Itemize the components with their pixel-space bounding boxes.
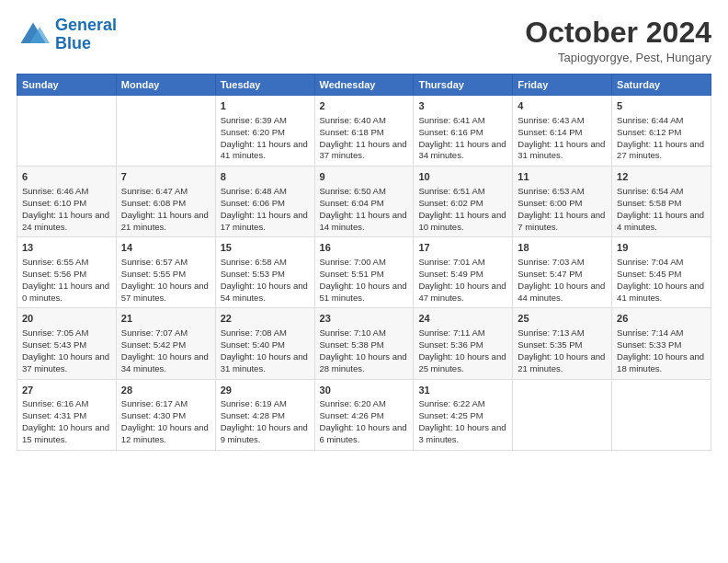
month-title: October 2024 (525, 17, 711, 49)
day-info: Sunrise: 6:39 AMSunset: 6:20 PMDaylight:… (221, 115, 310, 162)
calendar-cell: 11Sunrise: 6:53 AMSunset: 6:00 PMDayligh… (513, 167, 612, 237)
day-number: 18 (518, 241, 607, 255)
calendar-week-row: 1Sunrise: 6:39 AMSunset: 6:20 PMDaylight… (17, 96, 711, 167)
day-info: Sunrise: 6:50 AMSunset: 6:04 PMDaylight:… (320, 186, 409, 233)
calendar-week-row: 20Sunrise: 7:05 AMSunset: 5:43 PMDayligh… (17, 308, 711, 379)
calendar: SundayMondayTuesdayWednesdayThursdayFrid… (17, 74, 711, 450)
day-number: 17 (418, 241, 507, 255)
day-number: 30 (320, 384, 409, 397)
calendar-cell: 12Sunrise: 6:54 AMSunset: 5:58 PMDayligh… (612, 167, 711, 237)
logo: General Blue (17, 17, 117, 53)
day-info: Sunrise: 7:03 AMSunset: 5:47 PMDaylight:… (518, 257, 607, 304)
day-number: 21 (121, 312, 210, 326)
day-number: 2 (320, 99, 409, 113)
day-number: 13 (22, 241, 111, 255)
day-info: Sunrise: 6:44 AMSunset: 6:12 PMDaylight:… (617, 115, 706, 162)
calendar-cell: 21Sunrise: 7:07 AMSunset: 5:42 PMDayligh… (116, 308, 215, 379)
calendar-cell: 8Sunrise: 6:48 AMSunset: 6:06 PMDaylight… (215, 167, 314, 237)
day-number: 29 (221, 384, 310, 397)
calendar-cell: 23Sunrise: 7:10 AMSunset: 5:38 PMDayligh… (314, 308, 414, 379)
day-info: Sunrise: 6:41 AMSunset: 6:16 PMDaylight:… (418, 115, 507, 162)
day-info: Sunrise: 6:40 AMSunset: 6:18 PMDaylight:… (320, 115, 409, 162)
day-number: 20 (22, 312, 111, 326)
day-header-tuesday: Tuesday (215, 75, 314, 96)
day-number: 10 (418, 170, 507, 184)
day-number: 19 (617, 241, 706, 255)
day-info: Sunrise: 6:16 AMSunset: 4:31 PMDaylight:… (22, 398, 111, 445)
day-number: 11 (518, 170, 607, 184)
day-info: Sunrise: 6:19 AMSunset: 4:28 PMDaylight:… (221, 398, 310, 445)
title-block: October 2024 Tapiogyorgye, Pest, Hungary (525, 17, 711, 64)
day-header-monday: Monday (116, 75, 215, 96)
day-info: Sunrise: 6:22 AMSunset: 4:25 PMDaylight:… (418, 398, 507, 445)
page: General Blue October 2024 Tapiogyorgye, … (0, 0, 728, 460)
calendar-cell: 9Sunrise: 6:50 AMSunset: 6:04 PMDaylight… (314, 167, 414, 237)
logo-icon (17, 18, 50, 52)
day-info: Sunrise: 7:04 AMSunset: 5:45 PMDaylight:… (617, 257, 706, 304)
day-header-sunday: Sunday (17, 75, 117, 96)
day-info: Sunrise: 6:51 AMSunset: 6:02 PMDaylight:… (418, 186, 507, 233)
day-number: 9 (320, 170, 409, 184)
calendar-cell: 14Sunrise: 6:57 AMSunset: 5:55 PMDayligh… (116, 237, 215, 308)
calendar-cell: 17Sunrise: 7:01 AMSunset: 5:49 PMDayligh… (414, 237, 513, 308)
day-number: 5 (617, 99, 706, 113)
day-info: Sunrise: 7:08 AMSunset: 5:40 PMDaylight:… (221, 327, 310, 374)
calendar-cell (116, 96, 215, 167)
calendar-cell: 22Sunrise: 7:08 AMSunset: 5:40 PMDayligh… (215, 308, 314, 379)
calendar-cell: 5Sunrise: 6:44 AMSunset: 6:12 PMDaylight… (612, 96, 711, 167)
day-info: Sunrise: 7:13 AMSunset: 5:35 PMDaylight:… (518, 327, 607, 374)
day-number: 14 (121, 241, 210, 255)
day-number: 7 (121, 170, 210, 184)
calendar-week-row: 13Sunrise: 6:55 AMSunset: 5:56 PMDayligh… (17, 237, 711, 308)
day-info: Sunrise: 6:43 AMSunset: 6:14 PMDaylight:… (518, 115, 607, 162)
calendar-cell: 3Sunrise: 6:41 AMSunset: 6:16 PMDaylight… (414, 96, 513, 167)
day-number: 22 (221, 312, 310, 326)
calendar-cell: 18Sunrise: 7:03 AMSunset: 5:47 PMDayligh… (513, 237, 612, 308)
subtitle: Tapiogyorgye, Pest, Hungary (525, 51, 711, 64)
calendar-cell: 13Sunrise: 6:55 AMSunset: 5:56 PMDayligh… (17, 237, 117, 308)
day-number: 28 (121, 384, 210, 397)
day-number: 16 (320, 241, 409, 255)
calendar-cell: 19Sunrise: 7:04 AMSunset: 5:45 PMDayligh… (612, 237, 711, 308)
day-header-saturday: Saturday (612, 75, 711, 96)
calendar-cell: 1Sunrise: 6:39 AMSunset: 6:20 PMDaylight… (215, 96, 314, 167)
calendar-cell (513, 379, 612, 450)
day-header-wednesday: Wednesday (314, 75, 414, 96)
calendar-cell: 30Sunrise: 6:20 AMSunset: 4:26 PMDayligh… (314, 379, 414, 450)
day-number: 8 (221, 170, 310, 184)
calendar-cell: 7Sunrise: 6:47 AMSunset: 6:08 PMDaylight… (116, 167, 215, 237)
calendar-cell: 28Sunrise: 6:17 AMSunset: 4:30 PMDayligh… (116, 379, 215, 450)
calendar-cell: 26Sunrise: 7:14 AMSunset: 5:33 PMDayligh… (612, 308, 711, 379)
day-info: Sunrise: 6:46 AMSunset: 6:10 PMDaylight:… (22, 186, 111, 233)
calendar-cell: 25Sunrise: 7:13 AMSunset: 5:35 PMDayligh… (513, 308, 612, 379)
calendar-cell: 29Sunrise: 6:19 AMSunset: 4:28 PMDayligh… (215, 379, 314, 450)
calendar-cell: 16Sunrise: 7:00 AMSunset: 5:51 PMDayligh… (314, 237, 414, 308)
calendar-cell: 15Sunrise: 6:58 AMSunset: 5:53 PMDayligh… (215, 237, 314, 308)
header: General Blue October 2024 Tapiogyorgye, … (17, 17, 711, 64)
calendar-cell: 24Sunrise: 7:11 AMSunset: 5:36 PMDayligh… (414, 308, 513, 379)
calendar-week-row: 6Sunrise: 6:46 AMSunset: 6:10 PMDaylight… (17, 167, 711, 237)
calendar-cell (17, 96, 117, 167)
day-info: Sunrise: 6:58 AMSunset: 5:53 PMDaylight:… (221, 257, 310, 304)
day-info: Sunrise: 7:11 AMSunset: 5:36 PMDaylight:… (418, 327, 507, 374)
calendar-cell: 31Sunrise: 6:22 AMSunset: 4:25 PMDayligh… (414, 379, 513, 450)
calendar-cell: 6Sunrise: 6:46 AMSunset: 6:10 PMDaylight… (17, 167, 117, 237)
calendar-cell: 20Sunrise: 7:05 AMSunset: 5:43 PMDayligh… (17, 308, 117, 379)
day-info: Sunrise: 7:14 AMSunset: 5:33 PMDaylight:… (617, 327, 706, 374)
day-number: 24 (418, 312, 507, 326)
day-number: 4 (518, 99, 607, 113)
day-number: 26 (617, 312, 706, 326)
day-info: Sunrise: 6:54 AMSunset: 5:58 PMDaylight:… (617, 186, 706, 233)
day-number: 27 (22, 384, 111, 397)
day-info: Sunrise: 7:05 AMSunset: 5:43 PMDaylight:… (22, 327, 111, 374)
day-number: 12 (617, 170, 706, 184)
day-info: Sunrise: 6:53 AMSunset: 6:00 PMDaylight:… (518, 186, 607, 233)
day-number: 1 (221, 99, 310, 113)
day-info: Sunrise: 6:20 AMSunset: 4:26 PMDaylight:… (320, 398, 409, 445)
logo-line1: General (55, 16, 117, 34)
day-info: Sunrise: 6:48 AMSunset: 6:06 PMDaylight:… (221, 186, 310, 233)
day-info: Sunrise: 6:47 AMSunset: 6:08 PMDaylight:… (121, 186, 210, 233)
day-info: Sunrise: 7:00 AMSunset: 5:51 PMDaylight:… (320, 257, 409, 304)
day-info: Sunrise: 7:10 AMSunset: 5:38 PMDaylight:… (320, 327, 409, 374)
calendar-cell: 10Sunrise: 6:51 AMSunset: 6:02 PMDayligh… (414, 167, 513, 237)
